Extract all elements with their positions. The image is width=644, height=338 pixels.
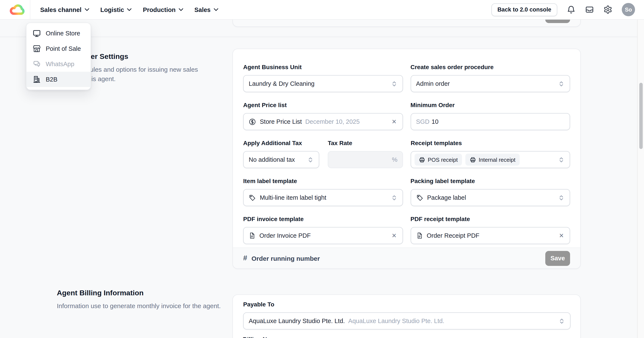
clear-price-list-icon[interactable]: × — [391, 118, 397, 126]
user-avatar[interactable]: So — [622, 3, 635, 16]
chip-pos-receipt: POS receipt — [414, 154, 462, 166]
order-running-number-row[interactable]: # Order running number Save — [233, 248, 580, 268]
clear-pdf-invoice-icon[interactable]: × — [391, 232, 397, 239]
minimum-order-value: 10 — [432, 118, 438, 125]
payable-to-select[interactable]: AquaLuxe Laundry Studio Pte. Ltd. AquaLu… — [243, 312, 570, 330]
menu-item-b2b[interactable]: B2B — [26, 72, 90, 87]
nav-menu-logistic[interactable]: Logistic — [100, 6, 132, 13]
field-pdf-invoice-template: PDF invoice template Order Invoice PDF × — [243, 215, 403, 244]
field-payable-to: Payable To AquaLuxe Laundry Studio Pte. … — [243, 301, 570, 330]
payable-to-value: AquaLuxe Laundry Studio Pte. Ltd. — [249, 318, 345, 324]
navbar-divider — [30, 0, 30, 19]
menu-item-whatsapp: WhatsApp — [26, 56, 90, 72]
chevron-down-icon — [127, 8, 132, 11]
chip-label: Internal receipt — [478, 157, 515, 163]
field-label: Payable To — [243, 301, 570, 308]
field-packing-label-template: Packing label template Package label — [410, 177, 570, 206]
picker-value: Order Receipt PDF — [427, 232, 480, 239]
sales-channel-dropdown: Online Store Point of Sale WhatsApp B2B — [26, 23, 91, 90]
chevron-down-icon — [84, 8, 89, 11]
menu-item-label: Point of Sale — [46, 45, 81, 52]
field-label: Item label template — [243, 177, 403, 185]
field-label: Agent Price list — [243, 102, 403, 109]
chip-internal-receipt: Internal receipt — [465, 154, 520, 166]
save-button[interactable]: Save — [545, 251, 570, 266]
order-settings-card: Agent Business Unit Laundry & Dry Cleani… — [232, 49, 581, 269]
unfold-chevrons-icon — [558, 318, 565, 324]
field-label: PDF invoice template — [243, 215, 403, 223]
unfold-chevrons-icon — [558, 194, 564, 201]
document-icon — [416, 232, 423, 239]
picker-value: Order Invoice PDF — [260, 232, 311, 239]
select-value: No additional tax — [249, 156, 295, 163]
tag-icon — [249, 194, 256, 201]
field-label: Minimum Order — [410, 102, 570, 109]
billing-title: Agent Billing Information — [57, 289, 211, 298]
tag-icon — [416, 194, 423, 201]
tax-fields-group: Apply Additional Tax No additional tax T… — [243, 140, 403, 168]
app-viewport: Save Sales channel — [0, 0, 644, 338]
pdf-receipt-template-picker[interactable]: Order Receipt PDF × — [410, 227, 570, 244]
field-label: Receipt templates — [411, 140, 570, 147]
top-navbar: Sales channel Logistic Production Sales … — [0, 0, 644, 20]
percent-suffix: % — [392, 156, 398, 163]
minimum-order-input[interactable]: SGD 10 — [410, 113, 570, 130]
agent-price-list-picker[interactable]: Store Price List December 10, 2025 × — [243, 113, 403, 130]
navbar-right-cluster: Back to 2.0 console S — [492, 0, 635, 19]
nav-menu-sales-channel-label: Sales channel — [40, 6, 82, 13]
nav-menu-logistic-label: Logistic — [100, 6, 124, 13]
printer-icon — [470, 157, 476, 163]
clear-pdf-receipt-icon[interactable]: × — [558, 232, 564, 239]
unfold-chevrons-icon — [558, 157, 564, 163]
select-value: Admin order — [416, 80, 450, 87]
printer-icon — [419, 157, 425, 163]
section-divider — [0, 37, 638, 37]
menu-item-point-of-sale[interactable]: Point of Sale — [26, 41, 90, 56]
menu-item-label: B2B — [46, 76, 58, 83]
field-label: Tax Rate — [328, 140, 403, 147]
select-value: Laundry & Dry Cleaning — [249, 80, 314, 87]
nav-menu-sales[interactable]: Sales — [194, 6, 218, 13]
field-label: Apply Additional Tax — [243, 140, 319, 147]
select-value: Package label — [427, 194, 466, 201]
pdf-invoice-template-picker[interactable]: Order Invoice PDF × — [243, 227, 403, 244]
select-value: Multi-line item label tight — [260, 194, 326, 201]
billing-description: Information use to generate monthly invo… — [57, 301, 211, 311]
order-running-number-label: Order running number — [252, 255, 320, 262]
nav-menu-sales-channel[interactable]: Sales channel — [40, 6, 89, 13]
brand-cloud-logo[interactable] — [9, 3, 26, 16]
agent-business-unit-select[interactable]: Laundry & Dry Cleaning — [243, 75, 403, 92]
field-agent-price-list: Agent Price list Store Price List Decemb… — [243, 102, 403, 130]
storefront-icon — [32, 44, 41, 53]
price-list-date: December 10, 2025 — [305, 118, 360, 125]
create-procedure-select[interactable]: Admin order — [410, 75, 570, 92]
unfold-chevrons-icon — [307, 157, 314, 163]
field-item-label-template: Item label template Multi-line item labe… — [243, 177, 403, 206]
dollar-circle-icon — [249, 118, 256, 125]
field-label: PDF receipt template — [410, 215, 570, 223]
menu-item-online-store[interactable]: Online Store — [26, 26, 90, 41]
inbox-tray-icon[interactable] — [585, 5, 594, 14]
scrollbar-thumb[interactable] — [639, 83, 643, 149]
field-minimum-order: Minimum Order SGD 10 — [410, 102, 570, 130]
field-create-procedure: Create sales order procedure Admin order — [410, 64, 570, 92]
field-label: Packing label template — [410, 177, 570, 185]
apply-additional-tax-select[interactable]: No additional tax — [243, 151, 319, 168]
nav-menu-production[interactable]: Production — [143, 6, 183, 13]
gear-icon[interactable] — [604, 5, 612, 14]
unfold-chevrons-icon — [558, 80, 564, 87]
nav-menu-production-label: Production — [143, 6, 176, 13]
receipt-template-chips: POS receipt Internal receipt — [414, 154, 520, 166]
navbar-menus: Sales channel Logistic Production Sales — [40, 0, 218, 19]
item-label-template-select[interactable]: Multi-line item label tight — [243, 189, 403, 206]
packing-label-template-select[interactable]: Package label — [410, 189, 570, 206]
document-icon — [249, 232, 256, 239]
receipt-templates-select[interactable]: POS receipt Internal receipt — [411, 151, 570, 168]
billing-card: Payable To AquaLuxe Laundry Studio Pte. … — [232, 295, 581, 338]
bell-icon[interactable] — [567, 5, 576, 14]
tax-rate-input: % — [328, 151, 403, 168]
order-settings-form: Agent Business Unit Laundry & Dry Cleani… — [233, 49, 580, 248]
billing-section-header: Agent Billing Information Information us… — [57, 289, 211, 311]
field-tax-rate: Tax Rate % — [328, 140, 403, 168]
back-to-console-button[interactable]: Back to 2.0 console — [492, 3, 557, 16]
